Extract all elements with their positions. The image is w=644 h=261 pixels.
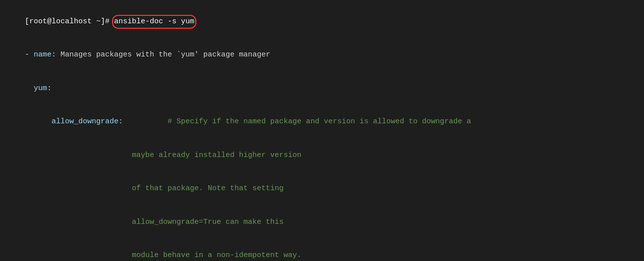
ad-text-4: allow_downgrade=True can make this	[25, 218, 284, 226]
allow-downgrade-line: allow_downgrade: # Specify if the named …	[7, 105, 637, 139]
output-name-line: - name: Manages packages with the `yum' …	[7, 39, 637, 72]
name-key: name	[34, 51, 52, 59]
ad-text-3: of that package. Note that setting	[25, 184, 284, 193]
command: ansible-doc -s yum	[114, 17, 194, 26]
prompt: [root@localhost ~]#	[25, 17, 114, 26]
ad-spacing	[123, 117, 168, 126]
yum-colon: :	[47, 84, 52, 93]
command-line: [root@localhost ~]# ansible-doc -s yum	[7, 5, 637, 39]
name-value: Manages packages with the `yum' package …	[60, 51, 270, 59]
command-oval: ansible-doc -s yum	[114, 16, 194, 28]
colon1: :	[52, 51, 60, 59]
dash: -	[25, 51, 34, 59]
terminal-window: [root@localhost ~]# ansible-doc -s yum -…	[0, 0, 644, 261]
ad-line-4: allow_downgrade=True can make this	[7, 206, 637, 239]
ad-text-5: module behave in a non-idempotent way.	[25, 251, 301, 260]
ad-text-2: maybe already installed higher version	[25, 151, 301, 159]
output-yum-line: yum:	[7, 72, 637, 105]
ad-comment: # Specify if the named package and versi…	[168, 117, 471, 126]
yum-indent	[25, 84, 34, 93]
allow-downgrade-key: allow_downgrade:	[25, 117, 123, 126]
ad-line-2: maybe already installed higher version	[7, 139, 637, 172]
ad-line-5: module behave in a non-idempotent way.	[7, 239, 637, 261]
ad-line-3: of that package. Note that setting	[7, 172, 637, 206]
yum-key: yum	[34, 84, 47, 93]
